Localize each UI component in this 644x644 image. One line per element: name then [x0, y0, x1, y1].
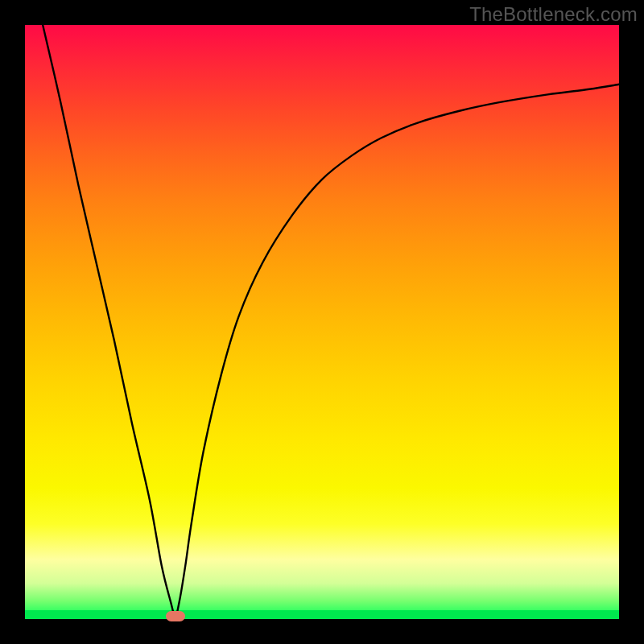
watermark-text: TheBottleneck.com [469, 3, 638, 26]
bottleneck-chart: TheBottleneck.com [0, 0, 644, 644]
bottleneck-curve-path [43, 25, 619, 616]
optimal-point-marker [166, 611, 185, 621]
curve-svg [25, 25, 619, 619]
plot-area [25, 25, 619, 619]
